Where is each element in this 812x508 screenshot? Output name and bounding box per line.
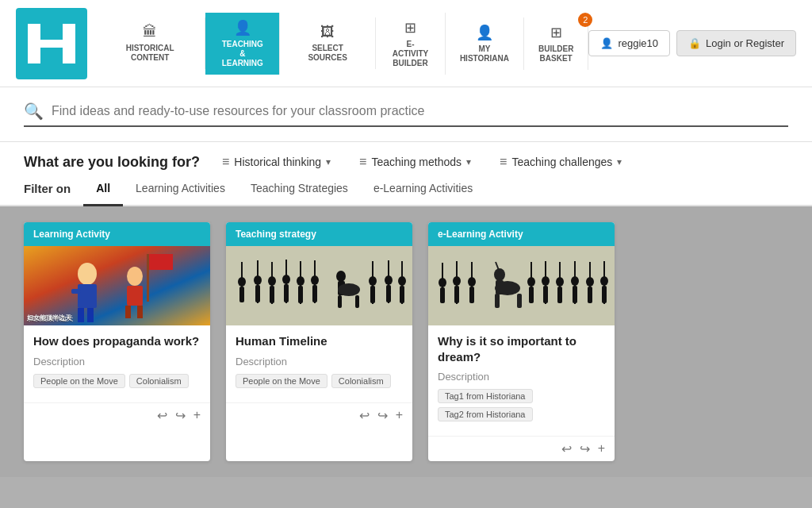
card-1-title: How does propaganda work? (33, 333, 201, 349)
svg-rect-12 (125, 306, 131, 318)
teaching-challenges-chevron: ▾ (617, 156, 622, 167)
card-2-badge: Teaching strategy (226, 222, 412, 246)
tab-e-learning-activities[interactable]: e-Learning Activities (361, 172, 485, 206)
svg-rect-15 (149, 254, 173, 270)
nav-item-select-sources[interactable]: 🖼 SELECT SOURCES (280, 17, 376, 69)
svg-rect-6 (78, 284, 97, 308)
card-2-description: Description (236, 356, 403, 368)
svg-rect-64 (517, 294, 522, 308)
svg-rect-8 (78, 308, 84, 322)
filter-on-label: Filter on (24, 172, 83, 205)
search-input[interactable] (52, 104, 591, 118)
card-3-tags: Tag1 from Historiana Tag2 from Historian… (438, 389, 605, 421)
svg-point-5 (78, 263, 97, 285)
svg-point-38 (338, 283, 360, 296)
e-activity-builder-label: E-ACTIVITYBUILDER (390, 40, 431, 68)
builder-basket-icon: ⊞ (550, 24, 562, 41)
svg-rect-17 (226, 246, 412, 325)
svg-point-10 (127, 267, 143, 286)
tab-all[interactable]: All (83, 172, 123, 206)
search-area: 🔍 (0, 87, 812, 142)
card-3-bookmark-icon[interactable]: ↩ (561, 441, 572, 456)
tag-historiana-1: Tag1 from Historiana (438, 389, 533, 403)
filter-question-label: What are you looking for? (24, 154, 200, 171)
svg-rect-3 (28, 40, 75, 48)
card-2-share-icon[interactable]: ↪ (377, 408, 388, 423)
nav-item-builder-basket[interactable]: ⊞ BUILDERBASKET 2 (524, 17, 588, 70)
teaching-learning-icon: 👤 (234, 19, 251, 37)
my-historiana-icon: 👤 (476, 24, 493, 41)
nav-item-historical-content[interactable]: 🏛 HISTORICAL CONTENT (95, 17, 205, 69)
card-1-actions: ↩ ↪ + (24, 402, 210, 428)
card-1-add-icon[interactable]: + (193, 408, 201, 423)
svg-rect-63 (495, 294, 500, 308)
teaching-methods-dropdown[interactable]: ≡ Teaching methods ▾ (353, 152, 477, 172)
login-register-button[interactable]: 🔒 Login or Register (676, 30, 796, 56)
nav-items: 🏛 HISTORICAL CONTENT 👤 TEACHING &LEARNIN… (95, 13, 588, 75)
card-1-tags: People on the Move Colonialism (33, 374, 201, 388)
card-2-tags: People on the Move Colonialism (236, 374, 403, 388)
tag-people-on-move: People on the Move (33, 374, 125, 388)
nav-item-e-activity-builder[interactable]: ⊞ E-ACTIVITYBUILDER (376, 13, 446, 75)
teaching-challenges-label: Teaching challenges (511, 156, 612, 168)
historical-thinking-label: Historical thinking (234, 156, 321, 168)
search-row: 🔍 (24, 102, 788, 127)
nav-item-teaching-learning[interactable]: 👤 TEACHING &LEARNING (205, 13, 280, 75)
my-historiana-label: MYHISTORIANA (460, 44, 509, 64)
historical-content-label: HISTORICAL CONTENT (109, 44, 190, 63)
card-3-title: Why is it so important to dream? (438, 333, 605, 364)
cards-area: Learning Activity (0, 206, 812, 477)
card-2-actions: ↩ ↪ + (226, 402, 412, 428)
svg-rect-14 (147, 254, 149, 302)
teaching-learning-label: TEACHING &LEARNING (220, 40, 265, 68)
svg-rect-13 (137, 306, 143, 318)
svg-rect-40 (355, 295, 359, 308)
card-3-actions: ↩ ↪ + (428, 436, 615, 461)
builder-basket-label: BUILDERBASKET (538, 44, 573, 64)
username-label: reggie10 (618, 37, 658, 49)
logo (16, 8, 87, 79)
card-2-image (226, 246, 412, 325)
card-1-share-icon[interactable]: ↪ (175, 408, 186, 423)
card-2-bookmark-icon[interactable]: ↩ (359, 408, 370, 423)
tag-colonialism-2: Colonialism (331, 374, 391, 388)
teaching-challenges-icon: ≡ (500, 155, 507, 169)
card-2-title: Human Timeline (236, 333, 403, 349)
tag-people-on-move-2: People on the Move (236, 374, 327, 388)
filter-area: What are you looking for? ≡ Historical t… (0, 142, 812, 172)
card-1-bookmark-icon[interactable]: ↩ (157, 408, 167, 423)
historical-thinking-icon: ≡ (222, 155, 229, 169)
svg-text:妇女能顶半边天: 妇女能顶半边天 (28, 315, 74, 322)
historical-thinking-dropdown[interactable]: ≡ Historical thinking ▾ (216, 152, 337, 172)
lock-icon: 🔒 (688, 37, 701, 49)
svg-rect-39 (338, 295, 342, 308)
svg-rect-11 (127, 286, 143, 306)
user-button[interactable]: 👤 reggie10 (588, 30, 670, 56)
card-3-add-icon[interactable]: + (598, 441, 605, 456)
card-1-content: How does propaganda work? Description Pe… (24, 325, 210, 402)
svg-point-62 (495, 281, 520, 295)
historical-thinking-chevron: ▾ (326, 156, 331, 167)
svg-rect-7 (71, 289, 81, 294)
card-3-content: Why is it so important to dream? Descrip… (428, 325, 615, 436)
card-2-add-icon[interactable]: + (396, 408, 403, 423)
nav-item-my-historiana[interactable]: 👤 MYHISTORIANA (446, 17, 524, 70)
login-label: Login or Register (706, 37, 784, 49)
svg-rect-9 (87, 308, 94, 322)
teaching-methods-icon: ≡ (359, 155, 366, 169)
teaching-methods-label: Teaching methods (371, 156, 462, 168)
tag-colonialism: Colonialism (129, 374, 189, 388)
card-2-content: Human Timeline Description People on the… (226, 325, 412, 402)
card-3-share-icon[interactable]: ↪ (580, 441, 590, 456)
card-elearning-activity: e-Learning Activity (428, 222, 615, 461)
tab-learning-activities[interactable]: Learning Activities (123, 172, 238, 206)
card-1-description: Description (33, 356, 201, 368)
header-right: 👤 reggie10 🔒 Login or Register (588, 30, 796, 56)
svg-point-36 (336, 271, 346, 282)
card-1-badge: Learning Activity (24, 222, 210, 246)
svg-rect-4 (24, 246, 210, 325)
teaching-challenges-dropdown[interactable]: ≡ Teaching challenges ▾ (493, 152, 628, 172)
tab-teaching-strategies[interactable]: Teaching Strategies (238, 172, 361, 206)
teaching-methods-chevron: ▾ (466, 156, 471, 167)
user-icon: 👤 (600, 37, 613, 49)
